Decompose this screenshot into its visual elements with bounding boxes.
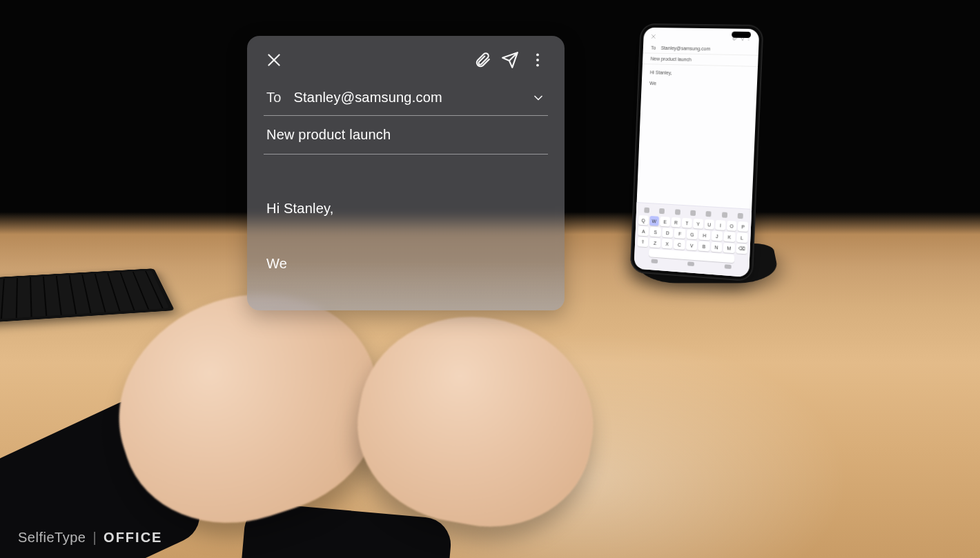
phone-key[interactable]: O: [727, 221, 737, 231]
phone-key[interactable]: F: [674, 228, 685, 239]
phone-to-value: Stanley@samsung.com: [661, 46, 711, 51]
phone-key[interactable]: U: [704, 219, 714, 230]
phone-camera-cutout: [732, 32, 751, 39]
compose-to-label: To: [266, 90, 282, 106]
phone-close-icon[interactable]: [650, 33, 657, 40]
phone-key[interactable]: L: [736, 232, 748, 243]
phone-subject: New product launch: [650, 57, 692, 62]
phone-key[interactable]: E: [660, 217, 670, 227]
phone-key[interactable]: Q: [638, 215, 648, 226]
phone-key[interactable]: I: [716, 220, 726, 230]
hand-right: [343, 299, 610, 543]
phone-key[interactable]: ⌫: [736, 243, 747, 254]
caption-brand: SelfieType: [18, 530, 86, 546]
phone-key[interactable]: ⇧: [638, 237, 649, 247]
svg-point-2: [748, 39, 749, 40]
chevron-down-icon[interactable]: [531, 91, 545, 105]
scene-background: To Stanley@samsung.com New product launc…: [0, 0, 980, 558]
phone-key[interactable]: Y: [693, 219, 703, 229]
compose-toolbar: [247, 36, 565, 80]
more-icon[interactable]: [529, 51, 547, 69]
phone-key[interactable]: A: [638, 226, 649, 237]
phone-to-label: To: [651, 46, 656, 50]
phone-key[interactable]: J: [711, 231, 723, 241]
caption-mode: OFFICE: [104, 530, 162, 546]
compose-to-row[interactable]: To Stanley@samsung.com: [264, 80, 548, 116]
phone-key[interactable]: M: [723, 243, 735, 253]
phone-key[interactable]: H: [698, 230, 710, 240]
phone-key[interactable]: Z: [649, 238, 660, 248]
physical-keyboard: [0, 268, 175, 323]
phone-key[interactable]: G: [687, 229, 698, 239]
phone-screen: To Stanley@samsung.com New product launc…: [634, 28, 760, 277]
phone: To Stanley@samsung.com New product launc…: [630, 23, 764, 282]
phone-key[interactable]: N: [711, 242, 723, 252]
phone-key[interactable]: B: [698, 241, 710, 251]
close-icon[interactable]: [265, 51, 283, 69]
phone-key[interactable]: C: [674, 239, 685, 250]
phone-key[interactable]: X: [662, 239, 673, 249]
compose-subject: New product launch: [266, 127, 391, 142]
phone-keyboard[interactable]: QWERTYUIOPASDFGHJKL⇧ZXCVBNM⌫: [634, 202, 752, 277]
phone-body-line2: We: [649, 79, 749, 90]
svg-point-5: [536, 64, 539, 67]
phone-key[interactable]: T: [682, 218, 692, 228]
phone-body[interactable]: Hi Stanley, We: [637, 64, 758, 209]
phone-key[interactable]: K: [724, 232, 736, 242]
compose-overlay: To Stanley@samsung.com New product launc…: [247, 36, 565, 310]
attach-icon[interactable]: [473, 51, 491, 69]
phone-key[interactable]: D: [662, 228, 673, 238]
phone-key[interactable]: V: [686, 240, 697, 250]
svg-point-3: [536, 53, 539, 56]
caption: SelfieType | OFFICE: [18, 530, 162, 546]
compose-subject-row[interactable]: New product launch: [264, 116, 548, 155]
compose-body[interactable]: Hi Stanley, We: [264, 155, 548, 310]
send-icon[interactable]: [501, 51, 519, 69]
compose-to-value: Stanley@samsung.com: [294, 90, 519, 106]
phone-key[interactable]: P: [738, 221, 748, 232]
phone-key[interactable]: W: [649, 216, 659, 226]
caption-separator: |: [92, 530, 97, 546]
compose-body-text: Hi Stanley, We: [266, 201, 333, 271]
phone-key[interactable]: R: [671, 217, 681, 228]
svg-point-4: [536, 59, 539, 61]
phone-key[interactable]: S: [650, 227, 661, 237]
